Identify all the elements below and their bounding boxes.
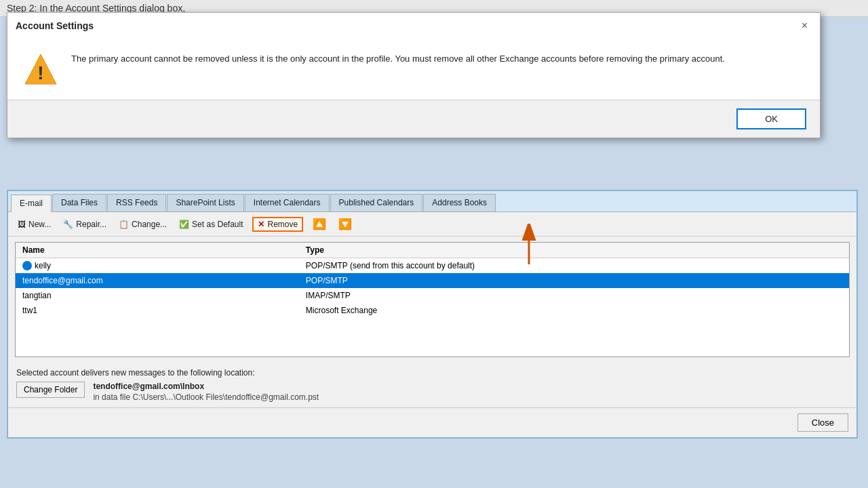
dialog-bottom: Close (8, 407, 856, 437)
account-footer: Selected account delivers new messages t… (8, 363, 856, 407)
tab-address-books[interactable]: Address Books (423, 194, 496, 211)
repair-icon: 🔧 (63, 220, 73, 229)
remove-label: Remove (267, 220, 298, 229)
table-row[interactable]: kelly POP/SMTP (send from this account b… (16, 258, 849, 274)
change-folder-button[interactable]: Change Folder (16, 382, 85, 398)
warning-dialog: Account Settings × ! The primary account… (7, 12, 821, 138)
change-button[interactable]: 📋 Change... (116, 218, 170, 230)
new-label: New... (28, 220, 51, 229)
account-name-cell: kelly (16, 258, 299, 274)
table-row[interactable]: tendoffice@gmail.com POP/SMTP (16, 273, 849, 288)
account-name: kelly (35, 261, 51, 270)
warning-message: The primary account cannot be removed un… (71, 52, 804, 66)
account-type-cell: POP/SMTP (299, 273, 849, 288)
account-type-cell: Microsoft Exchange (299, 303, 849, 318)
tab-internet-calendars[interactable]: Internet Calendars (245, 194, 330, 211)
folder-row: Change Folder tendoffice@gmail.com\Inbox… (16, 382, 848, 402)
account-name: tendoffice@gmail.com (22, 276, 103, 285)
repair-button[interactable]: 🔧 Repair... (60, 218, 109, 230)
new-icon: 🖼 (18, 220, 26, 229)
account-name: ttw1 (22, 306, 37, 315)
account-name-cell: ttw1 (16, 303, 299, 318)
warning-body: ! The primary account cannot be removed … (7, 39, 820, 100)
delivers-label: Selected account delivers new messages t… (16, 368, 848, 378)
warning-close-button[interactable]: × (797, 18, 812, 33)
table-row[interactable]: tangtian IMAP/SMTP (16, 288, 849, 303)
warning-icon: ! (24, 52, 58, 86)
tab-email[interactable]: E-mail (11, 195, 52, 212)
col-header-type: Type (299, 243, 849, 258)
account-type-cell: POP/SMTP (send from this account by defa… (299, 258, 849, 274)
remove-x-icon: ✕ (258, 220, 264, 229)
repair-label: Repair... (76, 220, 106, 229)
toolbar: 🖼 New... 🔧 Repair... 📋 Change... ✅ Set a… (8, 212, 856, 237)
remove-button[interactable]: ✕ Remove (252, 217, 303, 232)
move-up-button[interactable]: 🔼 (310, 216, 329, 232)
table-row[interactable]: ttw1 Microsoft Exchange (16, 303, 849, 318)
set-default-button[interactable]: ✅ Set as Default (176, 218, 245, 230)
move-down-button[interactable]: 🔽 (336, 216, 355, 232)
close-button[interactable]: Close (797, 413, 848, 432)
folder-path: tendoffice@gmail.com\Inbox in data file … (93, 382, 319, 402)
account-name-cell: tendoffice@gmail.com (16, 273, 299, 288)
account-table-container: Name Type kelly POP/SMTP (send from this… (15, 242, 850, 357)
warning-footer: OK (7, 100, 820, 138)
arrow-annotation (515, 224, 542, 266)
change-icon: 📋 (119, 220, 129, 229)
account-name: tangtian (22, 291, 52, 300)
default-account-icon (22, 261, 32, 270)
warning-title: Account Settings (16, 20, 94, 31)
svg-text:!: ! (37, 62, 43, 83)
tab-published-calendars[interactable]: Published Calendars (330, 194, 423, 211)
account-table: Name Type kelly POP/SMTP (send from this… (16, 243, 849, 318)
account-type-cell: IMAP/SMTP (299, 288, 849, 303)
account-name-cell: tangtian (16, 288, 299, 303)
ok-button[interactable]: OK (736, 108, 806, 129)
folder-path-sub: in data file C:\Users\...\Outlook Files\… (93, 392, 319, 402)
checkmark-icon: ✅ (179, 220, 189, 229)
change-label: Change... (132, 220, 167, 229)
tab-rss-feeds[interactable]: RSS Feeds (107, 194, 166, 211)
col-header-name: Name (16, 243, 299, 258)
new-button[interactable]: 🖼 New... (15, 218, 54, 230)
tabs-bar: E-mail Data Files RSS Feeds SharePoint L… (8, 191, 856, 212)
account-settings-dialog: E-mail Data Files RSS Feeds SharePoint L… (7, 190, 858, 439)
warning-titlebar: Account Settings × (7, 13, 820, 39)
tab-data-files[interactable]: Data Files (52, 194, 106, 211)
folder-name: tendoffice@gmail.com\Inbox (93, 382, 204, 391)
set-default-label: Set as Default (192, 220, 243, 229)
tab-sharepoint-lists[interactable]: SharePoint Lists (167, 194, 243, 211)
